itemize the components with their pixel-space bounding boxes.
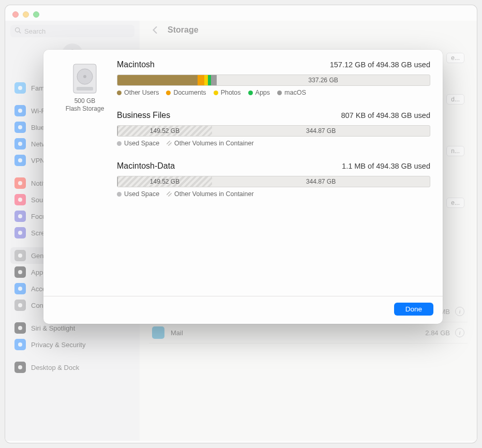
drive-summary: 500 GB Flash Storage [56, 60, 114, 212]
bar-segment [204, 75, 208, 85]
volume-name: Macintosh-Data [117, 161, 175, 171]
globe-icon [14, 138, 26, 150]
legend-dot-icon [248, 91, 253, 95]
legend-item: Photos [214, 89, 241, 96]
svg-point-15 [18, 303, 22, 307]
legend-item: Apps [248, 89, 270, 96]
svg-point-18 [18, 365, 22, 369]
search-placeholder: Search [24, 27, 46, 35]
svg-point-6 [18, 142, 22, 146]
legend-item: Used Space [117, 190, 159, 198]
search-icon [14, 27, 21, 35]
vpn-icon [14, 155, 26, 166]
bar-segment [211, 75, 217, 85]
storage-bar: 149.52 GB344.87 GB [117, 176, 430, 187]
moon-icon [14, 211, 26, 222]
svg-point-7 [18, 158, 22, 162]
hand-icon [14, 339, 26, 350]
legend-dot-icon [117, 192, 122, 197]
drive-type: Flash Storage [66, 105, 104, 113]
legend-item: Documents [166, 89, 206, 96]
legend: Used SpaceOther Volumes in Container [117, 140, 430, 147]
sidebar-item-label: Privacy & Security [31, 341, 85, 349]
info-icon[interactable]: i [455, 307, 464, 316]
volume-block: Macintosh157.12 GB of 494.38 GB used337.… [117, 60, 430, 96]
volume-name: Business Files [117, 111, 170, 120]
truncated-button[interactable]: n... [446, 146, 464, 156]
volume-block: Business Files807 KB of 494.38 GB used14… [117, 111, 430, 147]
speaker-icon [14, 194, 26, 205]
svg-point-13 [18, 270, 22, 274]
volume-usage: 807 KB of 494.38 GB used [341, 111, 430, 120]
svg-point-5 [18, 125, 22, 129]
volume-block: Macintosh-Data1.1 MB of 494.38 GB used14… [117, 161, 430, 198]
legend-dot-icon [277, 91, 282, 95]
svg-line-1 [19, 32, 21, 33]
hourglass-icon [14, 227, 26, 238]
sidebar-item-label: VPN [31, 157, 45, 165]
house-icon [14, 82, 26, 94]
sidebar-item-label: Siri & Spotlight [31, 324, 75, 332]
gear-icon [14, 250, 26, 261]
dock-icon [14, 362, 26, 373]
window-chrome [5, 5, 477, 21]
svg-point-17 [18, 342, 22, 347]
back-button[interactable] [148, 24, 161, 36]
svg-point-14 [18, 287, 22, 291]
maximize-icon[interactable] [33, 11, 39, 18]
other-volumes-label: 149.52 GB [117, 126, 212, 136]
close-icon[interactable] [12, 11, 19, 18]
legend-dot-icon [214, 91, 218, 95]
sidebar-item-desktop-dock[interactable]: Desktop & Dock [10, 359, 134, 376]
row-label: Mail [171, 329, 425, 337]
legend-hatch-icon [167, 191, 172, 197]
app-icon [152, 326, 164, 339]
volume-usage: 157.12 GB of 494.38 GB used [330, 61, 430, 69]
page-title: Storage [168, 25, 199, 35]
svg-point-16 [18, 326, 22, 330]
info-icon[interactable]: i [455, 328, 464, 337]
storage-bar: 149.52 GB344.87 GB [117, 125, 430, 137]
free-space-label: 344.87 GB [212, 176, 430, 187]
svg-point-9 [18, 198, 22, 202]
svg-point-21 [83, 75, 86, 78]
legend-item: macOS [277, 89, 306, 96]
drive-capacity: 500 GB [66, 97, 104, 105]
row-size: 2.84 GB [425, 329, 450, 337]
appearance-icon [14, 266, 26, 278]
volume-name: Macintosh [117, 60, 155, 69]
svg-point-8 [18, 181, 22, 185]
legend-item: Used Space [117, 140, 159, 147]
bell-icon [14, 177, 26, 189]
bar-segment [117, 75, 198, 85]
hard-drive-icon [70, 62, 99, 95]
sidebar-item-privacy-security[interactable]: Privacy & Security [10, 336, 134, 353]
other-volumes-label: 149.52 GB [117, 176, 212, 187]
svg-point-0 [16, 28, 20, 32]
minimize-icon[interactable] [23, 11, 29, 18]
bar-segment [198, 75, 204, 85]
svg-point-3 [18, 86, 22, 90]
truncated-button[interactable]: d... [446, 94, 464, 104]
legend-item: Other Users [117, 89, 159, 96]
svg-point-11 [18, 231, 22, 235]
svg-rect-22 [77, 87, 93, 91]
storage-bar: 337.26 GB [117, 74, 430, 86]
sidebar-item-label: Desktop & Dock [31, 364, 79, 371]
search-input[interactable]: Search [10, 25, 134, 37]
bluetooth-icon [14, 122, 26, 133]
wifi-icon [14, 105, 26, 116]
done-button[interactable]: Done [394, 303, 433, 316]
truncated-button[interactable]: e... [446, 53, 464, 63]
storage-row[interactable]: Mail2.84 GBi [149, 322, 468, 344]
legend: Used SpaceOther Volumes in Container [117, 190, 430, 198]
legend: Other UsersDocumentsPhotosAppsmacOS [117, 89, 430, 96]
switches-icon [14, 300, 26, 311]
legend-dot-icon [117, 141, 122, 146]
volume-usage: 1.1 MB of 494.38 GB used [342, 162, 430, 170]
storage-detail-modal: 500 GB Flash Storage Macintosh157.12 GB … [43, 50, 443, 324]
legend-item: Other Volumes in Container [167, 140, 254, 147]
truncated-button[interactable]: e... [446, 198, 464, 208]
svg-point-12 [18, 253, 22, 258]
accessibility-icon [14, 283, 26, 294]
